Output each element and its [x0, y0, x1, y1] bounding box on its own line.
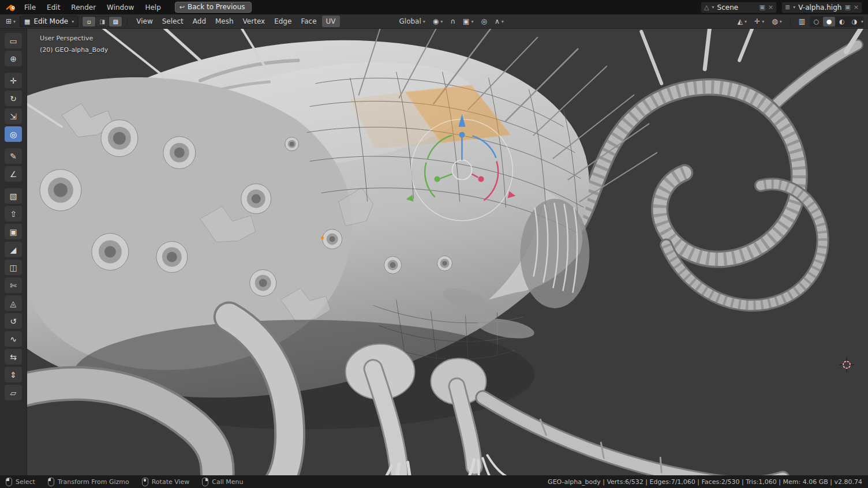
- transform-orientation-dropdown[interactable]: Global ▾: [396, 16, 428, 27]
- orientation-label: Global: [399, 17, 421, 25]
- tool-edge-slide[interactable]: ⇆: [5, 349, 22, 365]
- crater: [156, 242, 188, 273]
- tool-bevel[interactable]: ◢: [5, 242, 22, 257]
- pivot-point-dropdown[interactable]: ◉ ▾: [430, 16, 446, 27]
- active-object-label: (20) GEO-alpha_Body: [40, 44, 108, 56]
- snap-toggle[interactable]: ∩: [447, 16, 458, 27]
- creature-legs: [27, 317, 783, 475]
- shading-rendered-button[interactable]: ◑: [848, 17, 860, 27]
- gizmos-icon: ✛: [754, 17, 760, 25]
- tool-annotate[interactable]: ✎: [5, 148, 22, 164]
- tool-smooth[interactable]: ∿: [5, 331, 22, 347]
- menu-edit[interactable]: Edit: [42, 2, 65, 13]
- view-layer-selector[interactable]: ≣ ▾ V-alpha.high ▣ ×: [781, 2, 862, 13]
- separator: [127, 17, 128, 26]
- hint-select: Select: [6, 478, 35, 486]
- tool-transform[interactable]: ◎: [5, 126, 22, 142]
- edit-mode-icon: ▦: [24, 18, 30, 25]
- view-layer-icon: ≣: [785, 3, 790, 11]
- crater: [101, 120, 138, 157]
- tool-spin[interactable]: ↺: [5, 313, 22, 329]
- menu-vertex[interactable]: Vertex: [239, 16, 270, 27]
- middle-mouse-icon: [142, 478, 148, 486]
- shading-material-button[interactable]: ◐: [836, 17, 848, 27]
- back-to-previous-button[interactable]: ↩ Back to Previous: [175, 2, 252, 13]
- xray-toggle[interactable]: ▥: [796, 16, 808, 27]
- menu-uv[interactable]: UV: [322, 16, 340, 27]
- menu-select[interactable]: Select: [158, 16, 188, 27]
- snap-settings-dropdown[interactable]: ▣ ▾: [460, 16, 476, 27]
- chevron-down-icon: ▾: [780, 19, 782, 24]
- proportional-editing-toggle[interactable]: ◎: [478, 16, 489, 27]
- vertex-select-toggle[interactable]: ▫: [83, 17, 95, 27]
- 3d-viewport[interactable]: User Perspective (20) GEO-alpha_Body: [27, 29, 868, 475]
- menu-edge[interactable]: Edge: [270, 16, 295, 27]
- tool-select-box[interactable]: ▭: [5, 33, 22, 48]
- gizmo-z-handle[interactable]: [459, 132, 465, 138]
- scene-render: [27, 29, 868, 475]
- falloff-dropdown[interactable]: ∧ ▾: [492, 16, 507, 27]
- tool-poly-build[interactable]: ◬: [5, 295, 22, 311]
- shading-dropdown-icon[interactable]: ▾: [861, 19, 863, 24]
- overlays-dropdown[interactable]: ◍ ▾: [769, 16, 785, 27]
- tool-shrink-fatten[interactable]: ⇕: [5, 367, 22, 382]
- menu-window[interactable]: Window: [102, 2, 139, 13]
- 3d-cursor: [839, 357, 854, 372]
- left-mouse-icon: [6, 478, 12, 486]
- smooth-icon: ∿: [10, 335, 17, 343]
- edge-select-toggle[interactable]: ◨: [96, 17, 108, 27]
- tool-rotate[interactable]: ↻: [5, 91, 22, 106]
- tool-inset-faces[interactable]: ▣: [5, 224, 22, 239]
- scene-icon: △: [704, 3, 709, 11]
- scene-selector[interactable]: △ ▾ Scene ▣ ×: [701, 2, 777, 13]
- menu-view[interactable]: View: [132, 16, 156, 27]
- gizmo-y-handle[interactable]: [435, 177, 440, 182]
- separator: [790, 17, 791, 26]
- gizmos-dropdown[interactable]: ✛ ▾: [751, 16, 767, 27]
- close-icon[interactable]: ×: [768, 3, 773, 11]
- left-drag-mouse-icon: [48, 478, 54, 486]
- falloff-icon: ∧: [495, 17, 500, 25]
- editor-type-button[interactable]: ⊞ ▾: [3, 16, 18, 27]
- menu-add[interactable]: Add: [189, 16, 210, 27]
- menu-render[interactable]: Render: [66, 2, 101, 13]
- menu-help[interactable]: Help: [140, 2, 166, 13]
- chevron-down-icon: ▾: [423, 19, 425, 24]
- tool-add-cube[interactable]: ▧: [5, 188, 22, 204]
- menu-mesh[interactable]: Mesh: [211, 16, 238, 27]
- selected-vertex: [321, 237, 324, 239]
- menu-face[interactable]: Face: [297, 16, 320, 27]
- snap-with-icon: ▣: [463, 17, 469, 25]
- viewport-header: ⊞ ▾ ▦ Edit Mode ▾ ▫ ◨ ▨ View Select Add …: [0, 14, 868, 29]
- tool-move[interactable]: ✛: [5, 73, 22, 88]
- blender-logo-icon: [6, 2, 16, 13]
- mode-dropdown[interactable]: ▦ Edit Mode ▾: [20, 16, 78, 27]
- material-icon: ◐: [839, 18, 845, 25]
- shading-solid-button[interactable]: ●: [823, 17, 835, 27]
- chevron-down-icon: ▾: [762, 19, 764, 24]
- tool-cursor[interactable]: ⊕: [5, 51, 22, 66]
- menu-file[interactable]: File: [19, 2, 41, 13]
- chevron-down-icon: ▾: [793, 5, 795, 10]
- crater: [285, 137, 299, 151]
- new-scene-icon[interactable]: ▣: [759, 3, 765, 11]
- shading-wireframe-button[interactable]: ○: [810, 17, 822, 27]
- tool-extrude-region[interactable]: ⇧: [5, 206, 22, 222]
- tool-measure[interactable]: ∠: [5, 166, 22, 182]
- bevel-icon: ◢: [10, 246, 17, 254]
- scale-icon: ⇲: [10, 112, 17, 121]
- shading-mode-group: ○ ● ◐ ◑ ▾: [810, 16, 864, 27]
- tool-scale[interactable]: ⇲: [5, 108, 22, 124]
- face-select-toggle[interactable]: ▨: [109, 17, 122, 27]
- overlays-icon: ◍: [772, 17, 777, 25]
- close-icon[interactable]: ×: [854, 3, 859, 11]
- tool-knife[interactable]: ✄: [5, 277, 22, 293]
- viewport-overlay-text: User Perspective (20) GEO-alpha_Body: [40, 33, 108, 56]
- gizmo-x-handle[interactable]: [478, 177, 484, 182]
- new-layer-icon[interactable]: ▣: [844, 3, 850, 11]
- header-middle-controls: Global ▾ ◉ ▾ ∩ ▣ ▾ ◎ ∧ ▾: [396, 16, 507, 27]
- visibility-dropdown[interactable]: ◭ ▾: [735, 16, 750, 27]
- tool-shear[interactable]: ▱: [5, 385, 22, 400]
- rendered-icon: ◑: [852, 18, 858, 25]
- tool-loop-cut[interactable]: ◫: [5, 260, 22, 275]
